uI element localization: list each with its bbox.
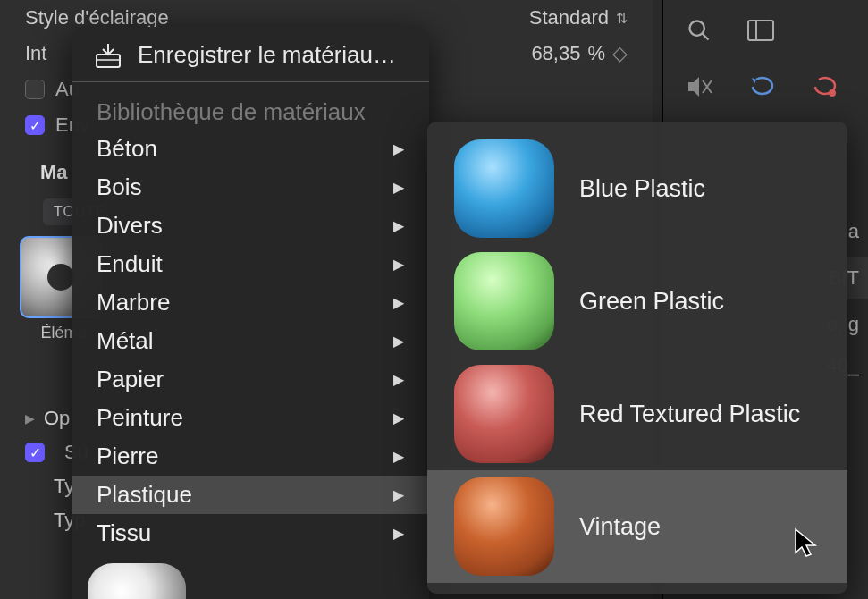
intensity-value: 68,35 <box>531 42 580 65</box>
material-basic[interactable]: Basic <box>72 553 429 599</box>
op-label: Op <box>44 407 70 430</box>
save-icon <box>93 42 123 69</box>
svg-point-0 <box>690 21 704 36</box>
record-loop-icon[interactable] <box>812 75 839 104</box>
basic-swatch <box>88 563 186 599</box>
submenu-item-red-textured-plastic[interactable]: Red Textured Plastic <box>427 358 847 470</box>
svg-marker-4 <box>688 77 699 97</box>
submenu-label: Blue Plastic <box>579 175 705 203</box>
material-menu[interactable]: Enregistrer le matériau… Bibliothèque de… <box>72 27 429 599</box>
submenu-item-blue-plastic[interactable]: Blue Plastic <box>427 132 847 245</box>
lighting-style-value[interactable]: Standard ⇅ <box>529 6 628 30</box>
svg-point-7 <box>829 89 836 97</box>
menu-item-plastique[interactable]: Plastique▶ <box>72 476 429 514</box>
menu-item-enduit[interactable]: Enduit▶ <box>72 245 429 283</box>
svg-rect-8 <box>97 55 120 67</box>
chevron-right-icon: ▶ <box>393 179 404 196</box>
mute-icon[interactable] <box>687 75 713 104</box>
vintage-swatch <box>454 477 554 576</box>
chevron-right-icon: ▶ <box>393 409 404 426</box>
menu-item-marbre[interactable]: Marbre▶ <box>72 283 429 322</box>
panel-icon[interactable] <box>747 20 774 46</box>
intensity-unit: % <box>587 42 605 65</box>
chevron-right-icon: ▶ <box>393 140 404 157</box>
submenu-item-green-plastic[interactable]: Green Plastic <box>427 245 847 358</box>
loop-icon[interactable] <box>749 75 776 104</box>
search-icon[interactable] <box>687 18 712 48</box>
su-checkbox[interactable]: ✓ <box>25 443 45 462</box>
svg-line-1 <box>703 34 709 40</box>
chevron-right-icon: ▶ <box>393 217 404 234</box>
chevron-right-icon: ▶ <box>393 256 404 273</box>
menu-item-beton[interactable]: Béton▶ <box>72 130 429 168</box>
chevron-right-icon: ▶ <box>393 525 404 542</box>
chevron-updown-icon: ⇅ <box>616 10 628 27</box>
menu-item-metal[interactable]: Métal▶ <box>72 322 429 360</box>
plastic-submenu[interactable]: Blue Plastic Green Plastic Red Textured … <box>427 122 847 594</box>
menu-item-divers[interactable]: Divers▶ <box>72 207 429 245</box>
green-plastic-swatch <box>454 252 554 350</box>
auto-checkbox[interactable] <box>25 80 45 99</box>
intensity-label: Int <box>25 42 46 65</box>
menu-item-bois[interactable]: Bois▶ <box>72 168 429 207</box>
env-checkbox[interactable]: ✓ <box>25 115 45 135</box>
submenu-label: Vintage <box>579 513 661 541</box>
save-material-label: Enregistrer le matériau… <box>138 41 396 69</box>
menu-divider <box>72 81 429 82</box>
diamond-keyframe-icon[interactable]: ◇ <box>612 42 628 65</box>
blue-plastic-swatch <box>454 139 554 238</box>
svg-rect-2 <box>748 21 773 40</box>
triangle-right-icon: ▶ <box>25 411 35 426</box>
library-header: Bibliothèque de matériaux <box>72 89 429 130</box>
submenu-label: Red Textured Plastic <box>579 401 800 428</box>
submenu-label: Green Plastic <box>579 288 724 316</box>
chevron-right-icon: ▶ <box>393 448 404 465</box>
chevron-right-icon: ▶ <box>393 371 404 388</box>
red-plastic-swatch <box>454 365 554 463</box>
chevron-right-icon: ▶ <box>393 486 404 503</box>
menu-item-pierre[interactable]: Pierre▶ <box>72 437 429 476</box>
menu-item-peinture[interactable]: Peinture▶ <box>72 399 429 437</box>
chevron-right-icon: ▶ <box>393 294 404 311</box>
submenu-item-vintage[interactable]: Vintage <box>427 470 847 583</box>
save-material-item[interactable]: Enregistrer le matériau… <box>72 36 429 74</box>
menu-item-tissu[interactable]: Tissu▶ <box>72 514 429 553</box>
menu-item-papier[interactable]: Papier▶ <box>72 360 429 399</box>
chevron-right-icon: ▶ <box>393 333 404 350</box>
